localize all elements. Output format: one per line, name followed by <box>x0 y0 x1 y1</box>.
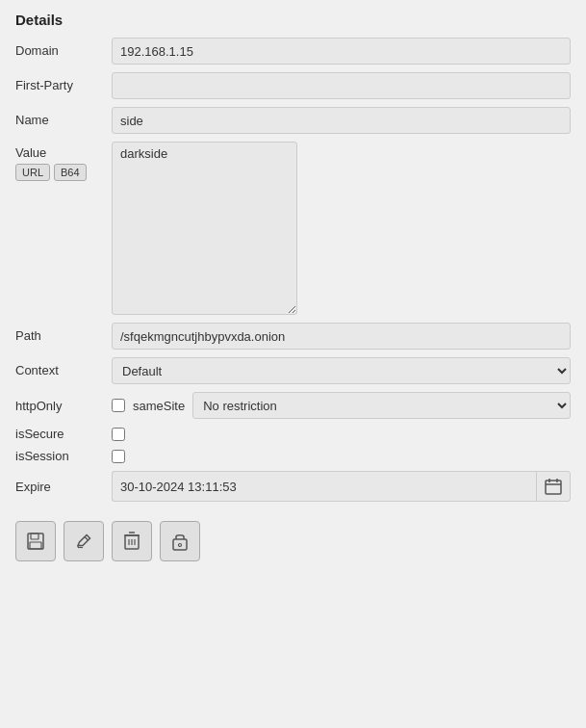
issecure-label: isSecure <box>15 427 112 441</box>
calendar-button[interactable] <box>536 471 571 502</box>
value-row: Value URL B64 <span class="red-underline… <box>15 142 571 315</box>
name-row: Name <box>15 107 571 134</box>
value-textarea[interactable]: <span class="red-underline" data-interac… <box>112 142 297 315</box>
context-select[interactable]: Default Strict Lax None <box>112 357 571 384</box>
value-label: Value <box>15 142 112 160</box>
svg-rect-16 <box>173 539 187 550</box>
context-label: Context <box>15 357 112 377</box>
expire-input-group <box>112 471 571 502</box>
samesite-group: sameSite No restriction Strict Lax None <box>112 392 571 419</box>
first-party-row: First-Party <box>15 72 571 99</box>
domain-row: Domain <box>15 38 571 65</box>
httponly-label: httpOnly <box>15 399 112 413</box>
url-button[interactable]: URL <box>15 164 50 181</box>
httponly-checkbox[interactable] <box>112 399 125 412</box>
domain-label: Domain <box>15 38 112 58</box>
svg-rect-0 <box>546 481 561 494</box>
action-buttons <box>15 521 571 577</box>
httponly-row: httpOnly sameSite No restriction Strict … <box>15 392 571 419</box>
save-button[interactable] <box>15 521 56 561</box>
value-left: Value URL B64 <box>15 142 112 181</box>
path-row: Path <box>15 323 571 350</box>
domain-input[interactable] <box>112 38 571 65</box>
section-title: Details <box>15 12 571 28</box>
samesite-select[interactable]: No restriction Strict Lax None <box>192 392 571 419</box>
path-label: Path <box>15 323 112 343</box>
delete-button[interactable] <box>112 521 152 561</box>
details-container: Details Domain First-Party Name Value UR… <box>0 0 586 588</box>
issecure-checkbox[interactable] <box>112 428 125 441</box>
name-input[interactable] <box>112 107 571 134</box>
value-content-area: <span class="red-underline" data-interac… <box>112 142 571 315</box>
pencil-icon <box>75 533 92 550</box>
samesite-label: sameSite <box>133 399 185 413</box>
lock-button[interactable] <box>160 521 200 561</box>
expire-input[interactable] <box>112 471 536 502</box>
expire-row: Expire <box>15 471 571 502</box>
name-label: Name <box>15 107 112 127</box>
value-buttons: URL B64 <box>15 164 112 181</box>
svg-point-17 <box>179 544 182 547</box>
expire-label: Expire <box>15 480 112 494</box>
svg-rect-5 <box>31 533 38 539</box>
issession-row: isSession <box>15 449 571 463</box>
svg-rect-6 <box>30 542 41 549</box>
issecure-row: isSecure <box>15 427 571 441</box>
lock-icon <box>172 532 188 551</box>
first-party-input[interactable] <box>112 72 571 99</box>
issession-checkbox[interactable] <box>112 450 125 463</box>
calendar-icon <box>545 478 562 495</box>
trash-icon <box>123 532 140 551</box>
edit-button[interactable] <box>64 521 104 561</box>
save-icon <box>26 532 45 551</box>
issession-label: isSession <box>15 449 112 463</box>
svg-line-7 <box>85 537 89 541</box>
context-row: Context Default Strict Lax None <box>15 357 571 384</box>
path-input[interactable] <box>112 323 571 350</box>
first-party-label: First-Party <box>15 72 112 92</box>
b64-button[interactable]: B64 <box>54 164 87 181</box>
